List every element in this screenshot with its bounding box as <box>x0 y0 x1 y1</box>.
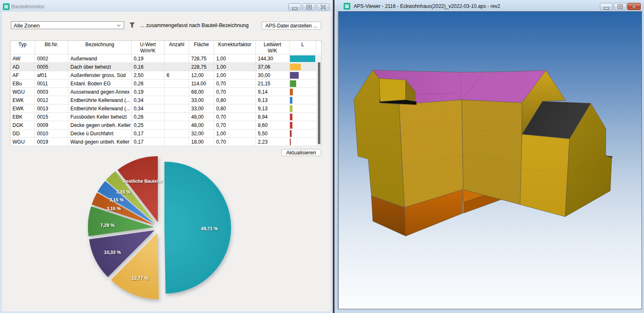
svg-text:3,15 %: 3,15 % <box>110 197 124 202</box>
svg-text:10,33 %: 10,33 % <box>104 250 121 255</box>
svg-text:Restliche Bauteile: Restliche Bauteile <box>123 179 162 184</box>
svg-text:3,15 %: 3,15 % <box>107 206 121 211</box>
svg-text:49,71 %: 49,71 % <box>201 226 218 231</box>
svg-text:3,15 %: 3,15 % <box>116 189 130 194</box>
svg-text:12,77 %: 12,77 % <box>132 276 149 281</box>
svg-text:7,29 %: 7,29 % <box>100 223 115 228</box>
